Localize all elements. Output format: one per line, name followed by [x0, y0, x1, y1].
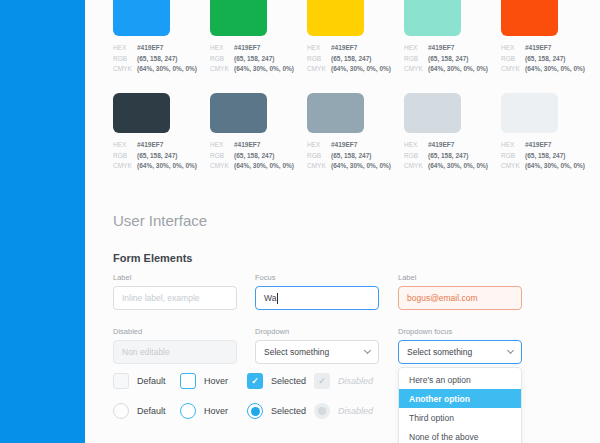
- dropdown-select-focus[interactable]: Select something: [398, 340, 522, 364]
- cmyk-label: CMYK: [404, 64, 428, 75]
- check-icon: ✓: [318, 376, 326, 386]
- color-card: HEX#419EF7 RGB(65, 158, 247) CMYK(64%, 3…: [404, 0, 461, 75]
- rgb-value: (65, 158, 247): [331, 54, 371, 65]
- field-label: Dropdown focus: [398, 327, 522, 336]
- checkbox-group-disabled: ✓ Disabled: [314, 373, 373, 389]
- color-card: HEX#419EF7 RGB(65, 158, 247) CMYK(64%, 3…: [501, 93, 558, 172]
- checkbox-selected[interactable]: ✓: [247, 373, 263, 389]
- menu-item[interactable]: None of the above: [399, 427, 521, 443]
- color-card: HEX#419EF7 RGB(65, 158, 247) CMYK(64%, 3…: [307, 93, 364, 172]
- radio-selected[interactable]: [247, 403, 263, 419]
- radio-label: Default: [137, 406, 166, 416]
- menu-item-highlighted[interactable]: Another option: [399, 389, 521, 408]
- hex-label: HEX: [307, 140, 331, 151]
- cmyk-value: (64%, 30%, 0%, 0%): [137, 64, 197, 75]
- color-meta: HEX#419EF7 RGB(65, 158, 247) CMYK(64%, 3…: [210, 140, 267, 172]
- checkbox-group-selected: ✓ Selected: [247, 373, 314, 389]
- rgb-value: (65, 158, 247): [137, 151, 177, 162]
- color-card: HEX#419EF7 RGB(65, 158, 247) CMYK(64%, 3…: [113, 0, 170, 75]
- color-swatch: [404, 93, 461, 133]
- text-input-focus[interactable]: Wa: [255, 286, 379, 310]
- radio-group-hover: Hover: [180, 403, 247, 419]
- hex-value: #419EF7: [525, 140, 551, 151]
- menu-item[interactable]: Third option: [399, 408, 521, 427]
- color-swatch: [210, 93, 267, 133]
- color-meta: HEX#419EF7 RGB(65, 158, 247) CMYK(64%, 3…: [113, 43, 170, 75]
- palette-row-grays: HEX#419EF7 RGB(65, 158, 247) CMYK(64%, 3…: [113, 93, 598, 172]
- rgb-label: RGB: [210, 54, 234, 65]
- radio-hover[interactable]: [180, 403, 196, 419]
- hex-value: #419EF7: [428, 43, 454, 54]
- field-group-focus: Focus Wa: [255, 273, 379, 310]
- radio-group-default: Default: [113, 403, 180, 419]
- checkbox-hover[interactable]: [180, 373, 196, 389]
- field-label: Focus: [255, 273, 379, 282]
- color-meta: HEX#419EF7 RGB(65, 158, 247) CMYK(64%, 3…: [307, 43, 364, 75]
- hex-value: #419EF7: [525, 43, 551, 54]
- text-caret: [277, 293, 278, 304]
- rgb-label: RGB: [113, 54, 137, 65]
- rgb-value: (65, 158, 247): [428, 54, 468, 65]
- rgb-value: (65, 158, 247): [234, 54, 274, 65]
- field-group-disabled: Disabled Non editable: [113, 327, 237, 364]
- cmyk-label: CMYK: [501, 161, 525, 172]
- field-group-dropdown-focus: Dropdown focus Select something Here's a…: [398, 327, 522, 443]
- color-swatch: [113, 0, 170, 36]
- rgb-label: RGB: [501, 151, 525, 162]
- color-card: HEX#419EF7 RGB(65, 158, 247) CMYK(64%, 3…: [501, 0, 558, 75]
- subsection-title: Form Elements: [113, 252, 192, 264]
- radio-default[interactable]: [113, 403, 129, 419]
- input-value: bogus@email.com: [407, 293, 478, 303]
- hex-value: #419EF7: [331, 140, 357, 151]
- dropdown-select[interactable]: Select something: [255, 340, 379, 364]
- color-card: HEX#419EF7 RGB(65, 158, 247) CMYK(64%, 3…: [210, 0, 267, 75]
- hex-label: HEX: [113, 140, 137, 151]
- radio-group-disabled: Disabled: [314, 403, 373, 419]
- cmyk-value: (64%, 30%, 0%, 0%): [234, 64, 294, 75]
- check-icon: ✓: [251, 376, 259, 386]
- color-meta: HEX#419EF7 RGB(65, 158, 247) CMYK(64%, 3…: [404, 43, 461, 75]
- checkbox-states-row: Default Hover ✓ Selected ✓ Disabled: [113, 373, 373, 389]
- hex-label: HEX: [501, 43, 525, 54]
- text-input-error[interactable]: bogus@email.com: [398, 286, 522, 310]
- color-meta: HEX#419EF7 RGB(65, 158, 247) CMYK(64%, 3…: [404, 140, 461, 172]
- hex-value: #419EF7: [331, 43, 357, 54]
- color-meta: HEX#419EF7 RGB(65, 158, 247) CMYK(64%, 3…: [307, 140, 364, 172]
- palette-row-primary: HEX#419EF7 RGB(65, 158, 247) CMYK(64%, 3…: [113, 0, 598, 75]
- radio-label: Disabled: [338, 406, 373, 416]
- hex-value: #419EF7: [234, 43, 260, 54]
- rgb-label: RGB: [210, 151, 234, 162]
- checkbox-default[interactable]: [113, 373, 129, 389]
- field-label: Label: [398, 273, 522, 282]
- color-meta: HEX#419EF7 RGB(65, 158, 247) CMYK(64%, 3…: [210, 43, 267, 75]
- hex-label: HEX: [501, 140, 525, 151]
- rgb-label: RGB: [307, 151, 331, 162]
- checkbox-label: Default: [137, 376, 166, 386]
- field-label: Dropdown: [255, 327, 379, 336]
- checkbox-group-default: Default: [113, 373, 180, 389]
- checkbox-disabled: ✓: [314, 373, 330, 389]
- color-swatch: [501, 0, 558, 36]
- color-swatch: [113, 93, 170, 133]
- rgb-value: (65, 158, 247): [428, 151, 468, 162]
- dropdown-menu: Here's an option Another option Third op…: [398, 367, 522, 443]
- input-placeholder: Inline label, example: [122, 293, 200, 303]
- cmyk-label: CMYK: [307, 64, 331, 75]
- rgb-label: RGB: [307, 54, 331, 65]
- chevron-down-icon: [364, 347, 371, 354]
- cmyk-value: (64%, 30%, 0%, 0%): [428, 161, 488, 172]
- input-placeholder: Non editable: [122, 347, 170, 357]
- rgb-label: RGB: [113, 151, 137, 162]
- color-swatch: [501, 93, 558, 133]
- cmyk-label: CMYK: [113, 64, 137, 75]
- hex-label: HEX: [210, 140, 234, 151]
- rgb-value: (65, 158, 247): [137, 54, 177, 65]
- cmyk-value: (64%, 30%, 0%, 0%): [428, 64, 488, 75]
- menu-item[interactable]: Here's an option: [399, 370, 521, 389]
- text-input-default[interactable]: Inline label, example: [113, 286, 237, 310]
- hex-label: HEX: [404, 140, 428, 151]
- rgb-label: RGB: [501, 54, 525, 65]
- radio-label: Hover: [204, 406, 228, 416]
- checkbox-label: Hover: [204, 376, 228, 386]
- field-group-error: Label bogus@email.com: [398, 273, 522, 310]
